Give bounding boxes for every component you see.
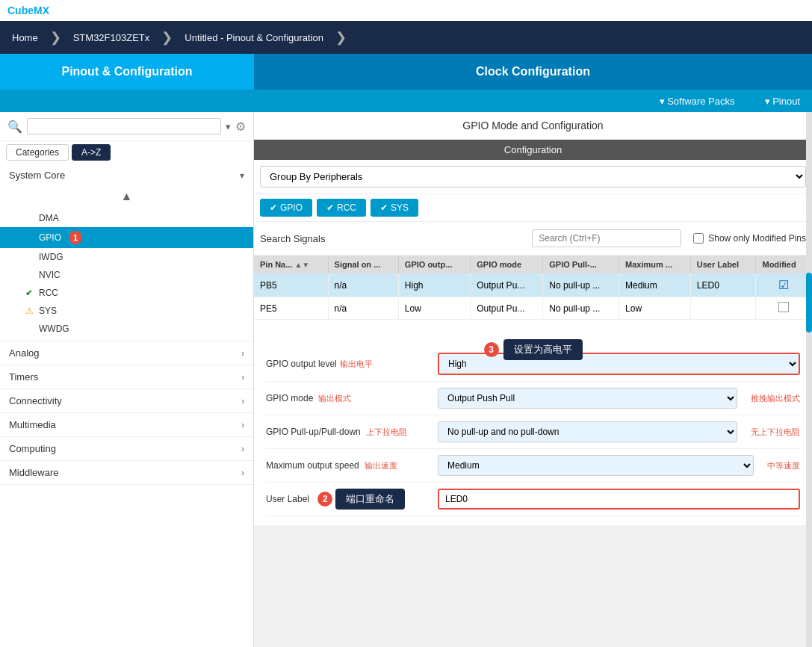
scrollbar-thumb[interactable]: [806, 273, 812, 332]
user-label-label: User Label 2 端口重命名: [266, 489, 430, 510]
gpio-badge: 1: [69, 231, 82, 244]
scrollbar-track[interactable]: [806, 112, 812, 647]
tab-categories[interactable]: Categories: [6, 144, 69, 161]
col-modified[interactable]: Modified: [756, 256, 812, 273]
sidebar-item-dma[interactable]: DMA: [0, 209, 253, 227]
sidebar-item-rcc[interactable]: ✔ RCC: [0, 284, 253, 302]
config-row-pull: GPIO Pull-up/Pull-down 上下拉电阻 No pull-up …: [266, 415, 800, 449]
config-section-header: Configuration: [254, 140, 812, 160]
section-multimedia-header[interactable]: Multimedia ›: [0, 413, 253, 436]
col-signal[interactable]: Signal on ...: [328, 256, 398, 273]
analog-chevron-icon: ›: [241, 348, 244, 359]
breadcrumb-project[interactable]: Untitled - Pinout & Configuration: [173, 21, 335, 54]
cell-signal-pe5: n/a: [328, 297, 398, 320]
section-timers-header[interactable]: Timers ›: [0, 365, 253, 388]
speed-label: Maximum output speed 输出速度: [266, 460, 430, 471]
peripheral-tab-rcc[interactable]: ✔ RCC: [317, 199, 366, 217]
search-signals-input[interactable]: [532, 229, 681, 247]
multimedia-chevron-icon: ›: [241, 420, 244, 430]
cell-user-label-pe5: [690, 297, 756, 320]
section-computing-header[interactable]: Computing ›: [0, 437, 253, 460]
sidebar-item-wwdg[interactable]: WWDG: [0, 320, 253, 338]
gpio-label: GPIO: [39, 232, 61, 243]
peripheral-tab-gpio[interactable]: ✔ GPIO: [260, 199, 312, 217]
table-header-row: Pin Na... ▲▼ Signal on ... GPIO outp... …: [254, 256, 812, 273]
section-system-core-header[interactable]: System Core ▾: [0, 164, 253, 187]
col-gpio-output[interactable]: GPIO outp...: [398, 256, 470, 273]
gpio-output-label: GPIO output level输出电平: [266, 359, 430, 370]
app-logo: CubeMX: [7, 4, 49, 16]
cell-gpio-output-pe5: Low: [398, 297, 470, 320]
iwdg-label: IWDG: [39, 252, 63, 262]
gpio-mode-cn-label: 推挽输出模式: [751, 393, 800, 404]
section-timers: Timers ›: [0, 365, 253, 389]
section-analog-header[interactable]: Analog ›: [0, 341, 253, 365]
connectivity-label: Connectivity: [9, 395, 62, 406]
config-row-speed: Maximum output speed 输出速度 Low Medium Hig…: [266, 449, 800, 483]
section-middleware-header[interactable]: Middleware ›: [0, 461, 253, 484]
user-label-input[interactable]: [438, 489, 800, 510]
group-by-bar: Group By Peripherals: [254, 160, 812, 194]
table-row[interactable]: PB5 n/a High Output Pu... No pull-up ...…: [254, 273, 812, 297]
pull-select[interactable]: No pull-up and no pull-down Pull-up Pull…: [438, 421, 737, 442]
pull-cn-label: 无上下拉电阻: [751, 427, 800, 438]
pull-label-cn: 上下拉电阻: [364, 427, 407, 436]
breadcrumb-device[interactable]: STM32F103ZETx: [61, 21, 162, 54]
cell-modified-pb5: ☑: [756, 273, 812, 297]
col-pin-name[interactable]: Pin Na... ▲▼: [254, 256, 328, 273]
section-analog: Analog ›: [0, 341, 253, 365]
sidebar-item-gpio[interactable]: GPIO 1: [0, 227, 253, 248]
sidebar-item-sys[interactable]: ⚠ SYS: [0, 302, 253, 320]
search-signals-bar: Search Signals Show only Modified Pins: [254, 222, 812, 256]
dropdown-arrow-search: ▾: [226, 121, 231, 132]
config-row-user-label: User Label 2 端口重命名: [266, 483, 800, 516]
table-row[interactable]: PE5 n/a Low Output Pu... No pull-up ... …: [254, 297, 812, 320]
cell-gpio-pull-pe5: No pull-up ...: [543, 297, 619, 320]
col-gpio-mode[interactable]: GPIO mode: [471, 256, 543, 273]
config-row-gpio-mode: GPIO mode 输出模式 Output Push Pull Output O…: [266, 382, 800, 415]
main-layout: 🔍 ▾ ⚙ Categories A->Z System Core ▾ ▲ DM…: [0, 112, 812, 647]
tab-a-to-z[interactable]: A->Z: [72, 144, 111, 161]
cell-user-label-pb5: LED0: [690, 273, 756, 297]
section-system-core-label: System Core: [9, 170, 65, 181]
chevron-down-icon: ▾: [240, 170, 244, 181]
sidebar-item-nvic[interactable]: NVIC: [0, 266, 253, 284]
breadcrumb-arrow-1: ❯: [50, 29, 61, 46]
pull-label: GPIO Pull-up/Pull-down 上下拉电阻: [266, 427, 430, 438]
annotation-gpio-output: 3 设置为高电平: [484, 339, 583, 360]
tab-pinout[interactable]: Pinout & Configuration: [0, 54, 254, 90]
tab-clock[interactable]: Clock Configuration: [254, 54, 812, 90]
breadcrumb-home[interactable]: Home: [0, 21, 50, 54]
group-by-select[interactable]: Group By Peripherals: [260, 166, 806, 188]
sidebar-expand-handle[interactable]: ▲: [0, 187, 253, 206]
cell-max-speed-pe5: Low: [619, 297, 691, 320]
col-gpio-pull[interactable]: GPIO Pull-...: [543, 256, 619, 273]
system-core-items: DMA GPIO 1 IWDG NVIC ✔ RCC: [0, 206, 253, 341]
dma-label: DMA: [39, 213, 59, 223]
timers-chevron-icon: ›: [241, 372, 244, 383]
sidebar: 🔍 ▾ ⚙ Categories A->Z System Core ▾ ▲ DM…: [0, 112, 254, 647]
peripheral-tab-sys[interactable]: ✔ SYS: [371, 199, 418, 217]
gear-icon[interactable]: ⚙: [235, 120, 246, 134]
sidebar-item-iwdg[interactable]: IWDG: [0, 248, 253, 266]
gpio-mode-label: GPIO mode 输出模式: [266, 393, 430, 404]
sidebar-search-bar: 🔍 ▾ ⚙: [0, 112, 253, 141]
speed-select[interactable]: Low Medium High Very High: [438, 455, 754, 476]
col-max-speed[interactable]: Maximum ...: [619, 256, 691, 273]
config-row-gpio-output: 3 设置为高电平 GPIO output level输出电平 High Low: [266, 347, 800, 382]
cell-pin-pe5: PE5: [254, 297, 328, 320]
section-middleware: Middleware ›: [0, 461, 253, 485]
section-connectivity-header[interactable]: Connectivity ›: [0, 389, 253, 412]
sys-label: SYS: [39, 306, 57, 316]
show-modified-checkbox[interactable]: [693, 233, 704, 244]
logo-bar: CubeMX: [0, 0, 812, 21]
sys-check-icon: ✔: [380, 202, 388, 213]
cell-modified-pe5: [756, 297, 812, 320]
search-input[interactable]: [27, 118, 221, 134]
col-user-label[interactable]: User Label: [690, 256, 756, 273]
cell-gpio-mode-pe5: Output Pu...: [471, 297, 543, 320]
pinout-menu[interactable]: ▾ Pinout: [765, 96, 800, 107]
gpio-mode-select[interactable]: Output Push Pull Output Open Drain: [438, 388, 737, 409]
software-packs-menu[interactable]: ▾ Software Packs: [660, 96, 735, 107]
section-connectivity: Connectivity ›: [0, 389, 253, 413]
